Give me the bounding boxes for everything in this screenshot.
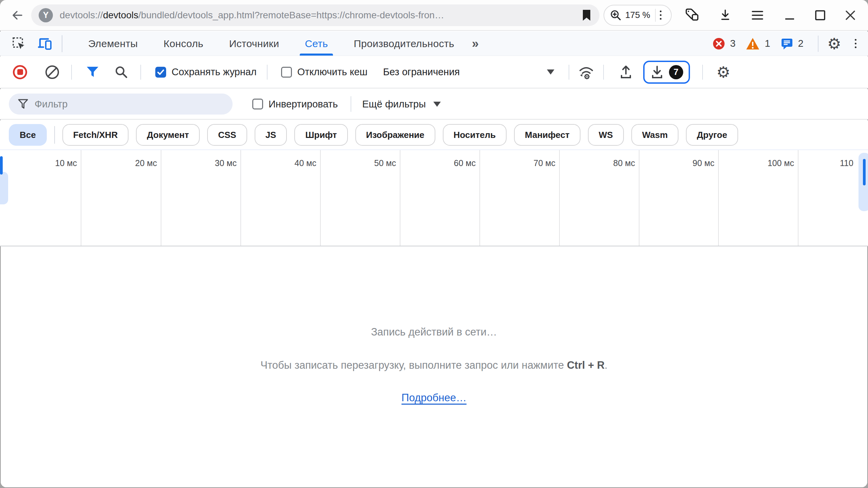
funnel-filled-icon: [86, 66, 99, 78]
tick-label: 30 мс: [215, 158, 237, 168]
dropdown-caret-icon: [547, 69, 554, 75]
browser-menu-button[interactable]: [752, 11, 763, 20]
throttling-select[interactable]: Без ограничения: [383, 66, 554, 78]
gridline: [240, 150, 241, 246]
scrollbar-thumb[interactable]: [863, 159, 866, 185]
tab-console[interactable]: Консоль: [163, 32, 203, 56]
maximize-icon: [815, 10, 826, 21]
network-overview-timeline[interactable]: 10 мс 20 мс 30 мс 40 мс 50 мс 60 мс 70 м…: [0, 149, 868, 246]
tick-label: 110: [840, 158, 853, 168]
clear-network-log-button[interactable]: [45, 65, 59, 79]
tab-performance[interactable]: Производительность: [354, 32, 454, 56]
learn-more-link[interactable]: Подробнее…: [401, 392, 467, 404]
minimize-button[interactable]: [784, 10, 795, 21]
tag-icon: [684, 8, 699, 22]
disable-cache-label[interactable]: Отключить кеш: [297, 66, 368, 78]
more-tabs-chevron[interactable]: »: [472, 37, 479, 51]
gridline: [559, 150, 560, 246]
tick-label: 20 мс: [135, 158, 157, 168]
url-scheme: devtools://: [60, 10, 103, 20]
chip-font[interactable]: Шрифт: [294, 124, 348, 146]
tab-sources[interactable]: Источники: [229, 32, 279, 56]
divider: [351, 96, 351, 112]
chip-document[interactable]: Документ: [136, 124, 200, 146]
scrollbar-thumb[interactable]: [0, 156, 3, 175]
zoom-menu-icon[interactable]: [656, 11, 666, 20]
network-filter-row: Инвертировать Ещё фильтры: [0, 89, 868, 120]
more-filters-button[interactable]: Ещё фильтры: [362, 99, 440, 110]
chip-css[interactable]: CSS: [207, 124, 247, 146]
device-toolbar-icon: [38, 37, 52, 50]
filter-field[interactable]: [9, 94, 233, 115]
empty-state-hint: Чтобы записать перезагрузку, выполните з…: [0, 359, 868, 371]
chip-wasm[interactable]: Wasm: [631, 124, 679, 146]
address-bar[interactable]: Y devtools://devtools/bundled/devtools_a…: [31, 4, 599, 26]
chip-manifest[interactable]: Манифест: [514, 124, 580, 146]
chip-all[interactable]: Все: [9, 124, 47, 146]
browser-toolbar: Y devtools://devtools/bundled/devtools_a…: [0, 0, 868, 31]
gridline: [320, 150, 321, 246]
filter-toggle-button[interactable]: [86, 66, 99, 78]
panel-tabs: Элементы Консоль Источники Сеть Производ…: [88, 32, 454, 56]
funnel-outline-icon: [9, 99, 28, 109]
maximize-button[interactable]: [815, 10, 826, 21]
divider: [71, 65, 72, 80]
preserve-log-checkbox[interactable]: [155, 67, 166, 78]
search-button[interactable]: [115, 65, 128, 79]
issues-count: 2: [798, 38, 804, 49]
chip-ws[interactable]: WS: [588, 124, 624, 146]
hint-shortcut: Ctrl + R: [567, 359, 605, 371]
import-har-button[interactable]: [619, 64, 633, 80]
chip-other[interactable]: Другое: [686, 124, 738, 146]
device-toolbar-button[interactable]: [38, 37, 52, 50]
tabbar-right-controls: ⚙: [809, 36, 861, 52]
error-count: 3: [730, 38, 735, 49]
tab-network[interactable]: Сеть: [305, 32, 328, 56]
devtools-settings-gear-icon[interactable]: ⚙: [827, 36, 841, 52]
network-settings-gear-icon[interactable]: ⚙: [716, 64, 730, 80]
zoom-control[interactable]: 175 %: [604, 5, 672, 26]
chip-fetch-xhr[interactable]: Fetch/XHR: [62, 124, 129, 146]
devtools-menu-kebab-icon[interactable]: [851, 39, 861, 48]
tick-label: 80 мс: [613, 158, 635, 168]
empty-state-title: Запись действий в сети…: [0, 326, 868, 338]
tick-label: 100 мс: [768, 158, 794, 168]
invert-filter-checkbox[interactable]: [252, 99, 263, 109]
gridline: [798, 150, 798, 246]
upload-icon: [619, 64, 633, 80]
dropdown-caret-icon: [433, 102, 441, 107]
preserve-log-label[interactable]: Сохранять журнал: [172, 66, 257, 78]
request-type-filters: Все Fetch/XHR Документ CSS JS Шрифт Изоб…: [0, 120, 868, 149]
collections-button[interactable]: [684, 8, 699, 22]
tab-elements[interactable]: Элементы: [88, 32, 138, 56]
invert-filter-label[interactable]: Инвертировать: [269, 99, 338, 110]
download-icon: [718, 8, 732, 22]
downloads-button[interactable]: [718, 8, 732, 22]
back-arrow-icon: [10, 9, 24, 21]
divider: [818, 36, 818, 52]
chip-js[interactable]: JS: [255, 124, 287, 146]
record-network-log-button[interactable]: [13, 65, 27, 79]
inspect-element-button[interactable]: [12, 37, 26, 50]
console-status-badges[interactable]: 3 1 2: [712, 37, 809, 50]
back-button[interactable]: [9, 7, 25, 23]
url-text: devtools://devtools/bundled/devtools_app…: [60, 10, 578, 21]
download-har-icon: [650, 64, 664, 80]
chip-media[interactable]: Носитель: [443, 124, 507, 146]
gridline: [718, 150, 719, 246]
record-icon: [17, 69, 23, 75]
chip-image[interactable]: Изображение: [355, 124, 435, 146]
scrollbar-track[interactable]: [0, 172, 8, 204]
divider: [702, 65, 703, 80]
close-button[interactable]: [845, 9, 856, 21]
clear-icon: [47, 67, 57, 77]
export-har-button[interactable]: 7: [643, 61, 690, 84]
network-conditions-button[interactable]: [578, 65, 595, 80]
close-icon: [845, 9, 856, 21]
filter-input[interactable]: [35, 99, 211, 110]
issues-badge-icon: [781, 37, 793, 50]
bookmark-icon[interactable]: [583, 9, 591, 21]
browser-window: Y devtools://devtools/bundled/devtools_a…: [0, 0, 868, 488]
gridline: [479, 150, 480, 246]
disable-cache-checkbox[interactable]: [281, 67, 292, 78]
